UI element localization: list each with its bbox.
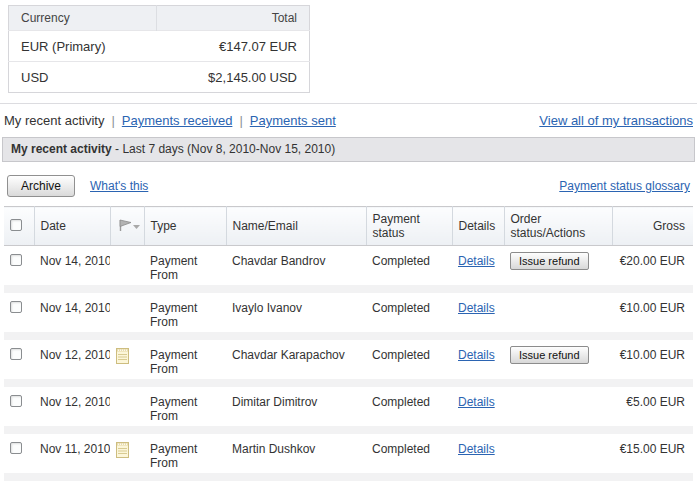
order-status-cell (504, 289, 612, 336)
gross-amount: €10.00 EUR (612, 289, 693, 336)
row-select-cell (4, 336, 34, 383)
row-select-cell (4, 289, 34, 336)
payment-status: Completed (366, 336, 452, 383)
note-icon (116, 348, 129, 364)
activity-header-row: Date Type Name/Email Payment status Deta… (4, 207, 693, 246)
transaction-date: Nov 11, 2010 (34, 430, 110, 477)
row-checkbox[interactable] (10, 348, 22, 360)
tab-payments-received[interactable]: Payments received (122, 113, 233, 128)
currency-name: EUR (Primary) (9, 31, 157, 62)
note-icon (116, 442, 129, 458)
details-link[interactable]: Details (458, 442, 495, 456)
order-status-cell (504, 430, 612, 477)
transaction-type: Payment From (144, 246, 226, 290)
payment-status: Completed (366, 477, 452, 484)
gross-column-header: Gross (612, 207, 693, 246)
note-cell (110, 336, 144, 383)
payment-status: Completed (366, 289, 452, 336)
order-status-cell: Issue refund (504, 246, 612, 290)
details-link[interactable]: Details (458, 395, 495, 409)
counterparty-name: Martin Dushkov (226, 430, 366, 477)
whats-this-link[interactable]: What's this (90, 179, 148, 193)
flag-filter-header[interactable] (110, 207, 144, 246)
details-link[interactable]: Details (458, 301, 495, 315)
payment-status: Completed (366, 383, 452, 430)
tab-payments-sent[interactable]: Payments sent (250, 113, 336, 128)
details-link[interactable]: Details (458, 254, 495, 268)
row-checkbox[interactable] (10, 254, 22, 266)
payment-status: Completed (366, 246, 452, 290)
counterparty-name: Dimitar Dimitrov (226, 383, 366, 430)
type-column-header: Type (144, 207, 226, 246)
row-select-cell (4, 477, 34, 484)
order-status-cell: Issue refund (504, 336, 612, 383)
balance-row-eur: EUR (Primary) €147.07 EUR (9, 31, 310, 62)
details-column-header: Details (452, 207, 504, 246)
counterparty-name: Ivaylo Genchev (226, 477, 366, 484)
gross-amount: €20.00 EUR (612, 246, 693, 290)
section-date-range: - Last 7 days (Nov 8, 2010-Nov 15, 2010) (112, 142, 335, 156)
transaction-date: Nov 14, 2010 (34, 246, 110, 290)
details-cell: Details (452, 246, 504, 290)
gross-amount: €10.00 EUR (612, 477, 693, 484)
chevron-down-icon (133, 225, 140, 229)
balance-row-usd: USD $2,145.00 USD (9, 62, 310, 93)
details-cell: Details (452, 336, 504, 383)
order-status-cell (504, 383, 612, 430)
details-cell: Details (452, 477, 504, 484)
note-cell (110, 383, 144, 430)
issue-refund-button[interactable]: Issue refund (510, 346, 589, 364)
payment-status-glossary-link[interactable]: Payment status glossary (559, 179, 690, 193)
section-title-bar: My recent activity - Last 7 days (Nov 8,… (2, 137, 695, 162)
transaction-type: Payment From (144, 477, 226, 484)
table-row: Nov 12, 2010 Payment From Dimitar Dimitr… (4, 383, 693, 430)
row-checkbox[interactable] (10, 301, 22, 313)
account-overview-page: Currency Total EUR (Primary) €147.07 EUR… (0, 0, 697, 484)
payment-status-column-header: Payment status (366, 207, 452, 246)
currency-column-header: Currency (9, 6, 157, 31)
order-status-column-header: Order status/Actions (504, 207, 612, 246)
activity-nav: My recent activity | Payments received |… (0, 113, 697, 128)
table-row: Nov 14, 2010 Payment From Ivaylo Ivanov … (4, 289, 693, 336)
transaction-date: Nov 14, 2010 (34, 289, 110, 336)
order-status-cell (504, 477, 612, 484)
transaction-date: Nov 11, 2010 (34, 477, 110, 484)
details-link[interactable]: Details (458, 348, 495, 362)
counterparty-name: Chavdar Bandrov (226, 246, 366, 290)
transaction-type: Payment From (144, 336, 226, 383)
name-email-column-header: Name/Email (226, 207, 366, 246)
row-checkbox[interactable] (10, 395, 22, 407)
summary-header-row: Currency Total (9, 6, 310, 31)
view-all-transactions-link[interactable]: View all of my transactions (539, 113, 693, 128)
payment-status: Completed (366, 430, 452, 477)
recent-activity-table: Date Type Name/Email Payment status Deta… (4, 206, 693, 484)
tab-separator: | (239, 113, 242, 128)
total-column-header: Total (156, 6, 309, 31)
note-cell (110, 430, 144, 477)
select-all-checkbox[interactable] (10, 219, 22, 231)
details-cell: Details (452, 430, 504, 477)
currency-name: USD (9, 62, 157, 93)
transaction-date: Nov 12, 2010 (34, 336, 110, 383)
note-cell (110, 289, 144, 336)
currency-total: $2,145.00 USD (156, 62, 309, 93)
counterparty-name: Ivaylo Ivanov (226, 289, 366, 336)
transaction-type: Payment From (144, 430, 226, 477)
tab-my-recent-activity[interactable]: My recent activity (4, 113, 104, 128)
flag-filter-icon[interactable] (117, 218, 141, 232)
issue-refund-button[interactable]: Issue refund (510, 252, 589, 270)
row-checkbox[interactable] (10, 442, 22, 454)
gross-amount: €10.00 EUR (612, 336, 693, 383)
activity-rows: Nov 14, 2010 Payment From Chavdar Bandro… (4, 246, 693, 484)
transaction-date: Nov 12, 2010 (34, 383, 110, 430)
note-cell (110, 477, 144, 484)
transaction-type: Payment From (144, 289, 226, 336)
archive-button[interactable]: Archive (7, 175, 75, 197)
section-divider (0, 103, 697, 104)
gross-amount: €15.00 EUR (612, 430, 693, 477)
toolbar: Archive What's this Payment status gloss… (0, 175, 697, 197)
currency-summary-table: Currency Total EUR (Primary) €147.07 EUR… (8, 5, 310, 93)
table-row: Nov 14, 2010 Payment From Chavdar Bandro… (4, 246, 693, 290)
row-select-cell (4, 383, 34, 430)
counterparty-name: Chavdar Karapachov (226, 336, 366, 383)
